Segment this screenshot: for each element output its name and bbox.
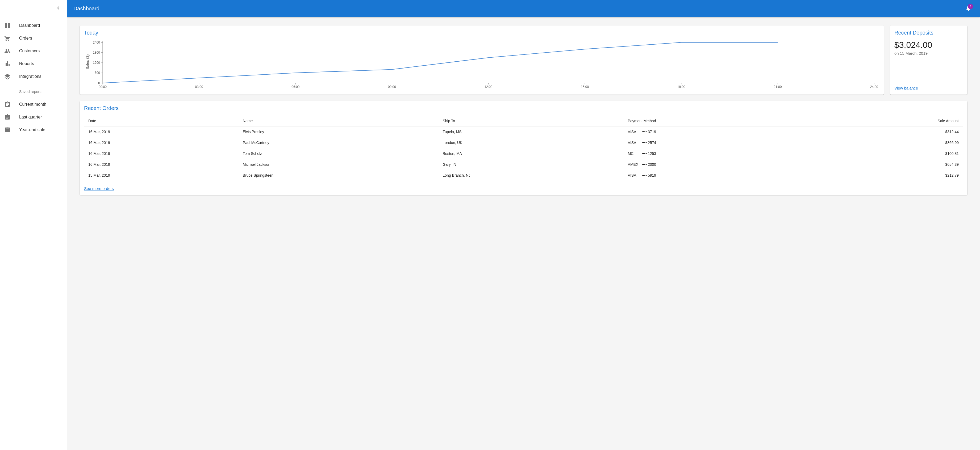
svg-text:06:00: 06:00 bbox=[291, 85, 299, 89]
cell-date: 15 Mar, 2019 bbox=[84, 170, 239, 181]
svg-text:21:00: 21:00 bbox=[774, 85, 782, 89]
nav-label: Last quarter bbox=[19, 115, 42, 120]
nav-label: Year-end sale bbox=[19, 127, 45, 132]
content: Today 060012001800240000:0003:0006:0009:… bbox=[67, 17, 980, 450]
orders-header-row: Date Name Ship To Payment Method Sale Am… bbox=[84, 116, 963, 127]
cell-shipto: Tupelo, MS bbox=[439, 127, 624, 137]
orders-title: Recent Orders bbox=[84, 105, 963, 111]
assignment-icon bbox=[4, 101, 11, 108]
table-row: 16 Mar, 2019Paul McCartneyLondon, UKVISA… bbox=[84, 137, 963, 148]
sidebar-item-year-end-sale[interactable]: Year-end sale bbox=[0, 124, 67, 136]
cell-amount: $312.44 bbox=[812, 127, 963, 137]
svg-text:00:00: 00:00 bbox=[99, 85, 107, 89]
svg-text:600: 600 bbox=[95, 71, 100, 74]
table-row: 16 Mar, 2019Michael JacksonGary, INAMEX … bbox=[84, 159, 963, 170]
see-more-orders-link[interactable]: See more orders bbox=[84, 186, 114, 191]
col-amount: Sale Amount bbox=[812, 116, 963, 127]
cell-shipto: Long Branch, NJ bbox=[439, 170, 624, 181]
cell-amount: $212.79 bbox=[812, 170, 963, 181]
cell-payment: VISA •••• 3719 bbox=[624, 127, 812, 137]
nav-label: Current month bbox=[19, 102, 46, 107]
bar-chart-icon bbox=[4, 60, 11, 67]
cell-payment: VISA •••• 2574 bbox=[624, 137, 812, 148]
cell-name: Bruce Springsteen bbox=[239, 170, 439, 181]
svg-text:2400: 2400 bbox=[93, 41, 100, 44]
page-title: Dashboard bbox=[73, 6, 963, 12]
sidebar-item-reports[interactable]: Reports bbox=[0, 57, 67, 70]
cell-name: Michael Jackson bbox=[239, 159, 439, 170]
nav-label: Reports bbox=[19, 61, 34, 66]
chevron-left-icon bbox=[55, 5, 61, 12]
sales-line-chart: 060012001800240000:0003:0006:0009:0012:0… bbox=[84, 38, 880, 91]
svg-text:03:00: 03:00 bbox=[195, 85, 203, 89]
cell-amount: $654.39 bbox=[812, 159, 963, 170]
cell-date: 16 Mar, 2019 bbox=[84, 159, 239, 170]
cell-shipto: Gary, IN bbox=[439, 159, 624, 170]
saved-reports-subheader: Saved reports bbox=[0, 85, 67, 96]
nav-label: Dashboard bbox=[19, 23, 40, 28]
table-row: 15 Mar, 2019Bruce SpringsteenLong Branch… bbox=[84, 170, 963, 181]
notifications: 4 bbox=[963, 3, 974, 14]
deposits-amount: $3,024.00 bbox=[894, 40, 963, 50]
cell-name: Paul McCartney bbox=[239, 137, 439, 148]
chart-title: Today bbox=[84, 30, 880, 36]
appbar: Dashboard 4 bbox=[67, 0, 980, 17]
sidebar-item-current-month[interactable]: Current month bbox=[0, 98, 67, 111]
cell-date: 16 Mar, 2019 bbox=[84, 148, 239, 159]
view-balance-link[interactable]: View balance bbox=[894, 86, 963, 90]
cell-name: Elvis Presley bbox=[239, 127, 439, 137]
notifications-badge: 4 bbox=[968, 4, 973, 9]
cell-shipto: Boston, MA bbox=[439, 148, 624, 159]
collapse-sidebar-button[interactable] bbox=[53, 3, 64, 14]
people-icon bbox=[4, 48, 11, 54]
cell-amount: $866.99 bbox=[812, 137, 963, 148]
layers-icon bbox=[4, 73, 11, 80]
svg-text:1200: 1200 bbox=[93, 61, 100, 65]
col-date: Date bbox=[84, 116, 239, 127]
sidebar-header bbox=[0, 0, 67, 17]
cell-date: 16 Mar, 2019 bbox=[84, 137, 239, 148]
col-payment: Payment Method bbox=[624, 116, 812, 127]
cell-date: 16 Mar, 2019 bbox=[84, 127, 239, 137]
cart-icon bbox=[4, 35, 11, 41]
orders-table: Date Name Ship To Payment Method Sale Am… bbox=[84, 116, 963, 181]
svg-text:09:00: 09:00 bbox=[388, 85, 396, 89]
svg-text:18:00: 18:00 bbox=[677, 85, 685, 89]
cell-name: Tom Scholz bbox=[239, 148, 439, 159]
cell-payment: AMEX •••• 2000 bbox=[624, 159, 812, 170]
recent-deposits-card: Recent Deposits $3,024.00 on 15 March, 2… bbox=[890, 25, 967, 95]
sidebar-item-last-quarter[interactable]: Last quarter bbox=[0, 111, 67, 124]
col-name: Name bbox=[239, 116, 439, 127]
nav-label: Orders bbox=[19, 36, 32, 41]
sidebar-item-integrations[interactable]: Integrations bbox=[0, 70, 67, 83]
svg-text:Sales ($): Sales ($) bbox=[85, 54, 90, 69]
cell-shipto: London, UK bbox=[439, 137, 624, 148]
main: Dashboard 4 Today 060012001800240000:000… bbox=[67, 0, 980, 450]
svg-text:0: 0 bbox=[98, 81, 100, 85]
svg-text:1800: 1800 bbox=[93, 51, 100, 54]
recent-orders-card: Recent Orders Date Name Ship To Payment … bbox=[80, 101, 967, 195]
assignment-icon bbox=[4, 127, 11, 133]
chart-area: 060012001800240000:0003:0006:0009:0012:0… bbox=[84, 38, 880, 91]
sidebar-item-orders[interactable]: Orders bbox=[0, 32, 67, 44]
deposits-date: on 15 March, 2019 bbox=[894, 51, 963, 55]
nav-label: Integrations bbox=[19, 74, 41, 79]
cell-payment: MC •••• 1253 bbox=[624, 148, 812, 159]
today-chart-card: Today 060012001800240000:0003:0006:0009:… bbox=[80, 25, 884, 95]
table-row: 16 Mar, 2019Tom ScholzBoston, MAMC •••• … bbox=[84, 148, 963, 159]
nav-label: Customers bbox=[19, 49, 40, 53]
nav-saved: Current month Last quarter Year-end sale bbox=[0, 96, 67, 138]
deposits-title: Recent Deposits bbox=[894, 30, 963, 36]
cell-payment: VISA •••• 5919 bbox=[624, 170, 812, 181]
svg-text:15:00: 15:00 bbox=[581, 85, 589, 89]
assignment-icon bbox=[4, 114, 11, 120]
svg-text:12:00: 12:00 bbox=[484, 85, 492, 89]
dashboard-icon bbox=[4, 22, 11, 29]
table-row: 16 Mar, 2019Elvis PresleyTupelo, MSVISA … bbox=[84, 127, 963, 137]
sidebar-item-customers[interactable]: Customers bbox=[0, 44, 67, 57]
svg-text:24:00: 24:00 bbox=[870, 85, 878, 89]
cell-amount: $100.81 bbox=[812, 148, 963, 159]
sidebar-item-dashboard[interactable]: Dashboard bbox=[0, 19, 67, 32]
nav-main: Dashboard Orders Customers Reports Integ… bbox=[0, 17, 67, 85]
col-shipto: Ship To bbox=[439, 116, 624, 127]
